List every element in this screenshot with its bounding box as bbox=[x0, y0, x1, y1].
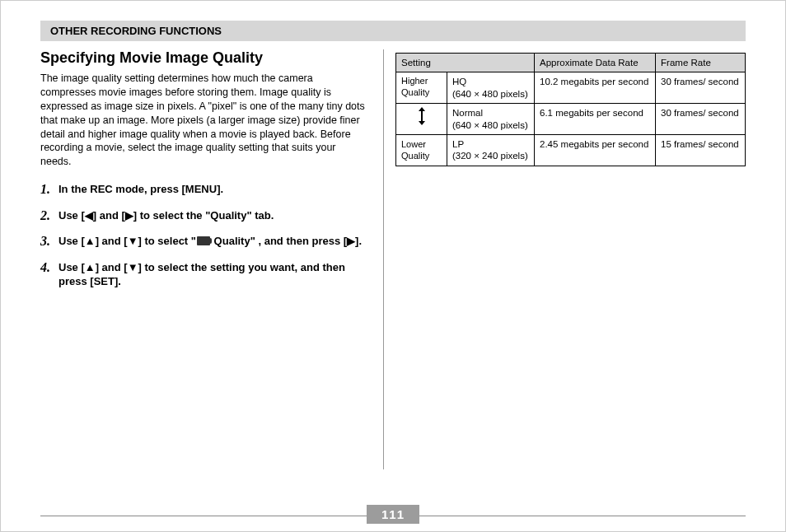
cell-mode-size: (320 × 240 pixels) bbox=[452, 151, 528, 161]
step-1: In the REC mode, press [MENU]. bbox=[40, 182, 365, 197]
section-header-text: OTHER RECORDING FUNCTIONS bbox=[50, 25, 222, 37]
right-column: Setting Approximate Data Rate Frame Rate… bbox=[395, 49, 746, 469]
svg-marker-0 bbox=[419, 107, 425, 125]
table-header-row: Setting Approximate Data Rate Frame Rate bbox=[396, 54, 746, 72]
cell-fps: 30 frames/ second bbox=[656, 104, 746, 135]
steps-list: In the REC mode, press [MENU]. Use [◀] a… bbox=[40, 182, 365, 289]
intro-paragraph: The image quality setting determines how… bbox=[40, 72, 365, 169]
th-setting: Setting bbox=[396, 54, 535, 72]
page-title: Specifying Movie Image Quality bbox=[40, 49, 365, 67]
cell-mode: Normal (640 × 480 pixels) bbox=[447, 104, 535, 135]
step-1-text: In the REC mode, press [MENU]. bbox=[58, 183, 223, 195]
cell-rate: 2.45 megabits per second bbox=[535, 134, 656, 166]
cell-mode: HQ (640 × 480 pixels) bbox=[447, 72, 535, 104]
page-footer: 111 bbox=[40, 516, 746, 516]
updown-arrow-icon bbox=[401, 107, 442, 125]
page-number: 111 bbox=[381, 507, 405, 521]
cell-mode-name: Normal bbox=[452, 108, 483, 118]
cell-mode-name: HQ bbox=[452, 77, 466, 86]
th-framerate: Frame Rate bbox=[656, 54, 746, 72]
movie-icon bbox=[197, 236, 210, 245]
step-3-text-b: Quality" , and then press [▶]. bbox=[211, 235, 362, 247]
quality-arrow-cell bbox=[396, 104, 447, 135]
cell-mode-size: (640 × 480 pixels) bbox=[452, 120, 528, 130]
higher-quality-label: Higher Quality bbox=[396, 72, 447, 104]
lower-quality-label: Lower Quality bbox=[396, 134, 447, 166]
column-divider bbox=[383, 49, 384, 469]
cell-rate: 6.1 megabits per second bbox=[535, 104, 656, 135]
quality-table: Setting Approximate Data Rate Frame Rate… bbox=[395, 53, 746, 166]
step-4-text: Use [▲] and [▼] to select the setting yo… bbox=[58, 261, 345, 288]
cell-mode-name: LP bbox=[452, 139, 464, 149]
step-3: Use [▲] and [▼] to select " Quality" , a… bbox=[40, 234, 365, 249]
step-2-text: Use [◀] and [▶] to select the "Quality" … bbox=[58, 209, 274, 222]
left-column: Specifying Movie Image Quality The image… bbox=[40, 49, 378, 469]
step-3-text-a: Use [▲] and [▼] to select " bbox=[58, 235, 196, 247]
step-2: Use [◀] and [▶] to select the "Quality" … bbox=[40, 208, 365, 223]
cell-mode: LP (320 × 240 pixels) bbox=[447, 134, 535, 166]
cell-fps: 30 frames/ second bbox=[656, 72, 746, 104]
page-number-box: 111 bbox=[367, 505, 419, 524]
section-header-bar: OTHER RECORDING FUNCTIONS bbox=[40, 21, 746, 41]
table-row: Normal (640 × 480 pixels) 6.1 megabits p… bbox=[396, 104, 746, 135]
th-datarate: Approximate Data Rate bbox=[535, 54, 656, 72]
table-row: Lower Quality LP (320 × 240 pixels) 2.45… bbox=[396, 134, 746, 166]
cell-fps: 15 frames/ second bbox=[656, 134, 746, 166]
footer-rule: 111 bbox=[40, 516, 746, 516]
step-4: Use [▲] and [▼] to select the setting yo… bbox=[40, 260, 365, 289]
table-row: Higher Quality HQ (640 × 480 pixels) 10.… bbox=[396, 72, 746, 104]
cell-rate: 10.2 megabits per second bbox=[535, 72, 656, 104]
content-columns: Specifying Movie Image Quality The image… bbox=[40, 49, 746, 469]
cell-mode-size: (640 × 480 pixels) bbox=[452, 89, 528, 99]
